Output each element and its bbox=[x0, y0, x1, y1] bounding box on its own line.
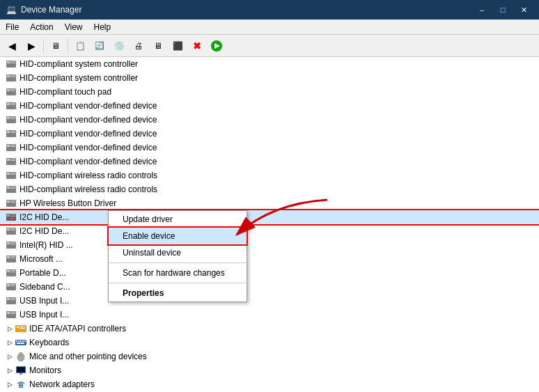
svg-rect-65 bbox=[10, 270, 15, 271]
forward-button[interactable]: ▶ bbox=[22, 37, 40, 55]
device-tree[interactable]: HID-compliant system controller HID-comp… bbox=[0, 57, 539, 392]
device-icon bbox=[6, 240, 17, 251]
list-item[interactable]: USB Input I... bbox=[0, 294, 539, 308]
context-menu-enable-device[interactable]: Enable device bbox=[109, 228, 247, 244]
svg-rect-56 bbox=[7, 242, 10, 244]
list-item[interactable]: Portable D... bbox=[0, 266, 539, 280]
update-button[interactable]: 🔄 bbox=[91, 37, 109, 55]
list-item[interactable]: HP Wireless Button Driver bbox=[0, 196, 539, 210]
svg-rect-88 bbox=[24, 340, 26, 342]
svg-rect-33 bbox=[10, 160, 15, 161]
expand-icon: ▷ bbox=[6, 338, 14, 347]
title-bar: 💻 Device Manager – □ ✕ bbox=[0, 0, 539, 19]
menu-view[interactable]: View bbox=[59, 19, 88, 34]
window-title: Device Manager bbox=[21, 5, 472, 15]
enable-button[interactable] bbox=[208, 37, 226, 55]
list-item[interactable]: HID-compliant vendor-defined device bbox=[0, 127, 539, 141]
back-button[interactable]: ◀ bbox=[3, 37, 21, 55]
device-icon bbox=[6, 128, 17, 139]
props-button[interactable]: 📋 bbox=[71, 37, 89, 55]
svg-rect-70 bbox=[10, 285, 15, 286]
svg-rect-40 bbox=[10, 187, 15, 187]
svg-rect-3 bbox=[7, 61, 10, 63]
svg-rect-24 bbox=[10, 131, 15, 132]
device-icon bbox=[6, 72, 17, 84]
menu-help[interactable]: Help bbox=[88, 19, 117, 34]
print-button[interactable]: 🖨 bbox=[130, 37, 148, 55]
category-icon-monitors bbox=[15, 365, 26, 376]
context-menu-separator-1 bbox=[109, 262, 247, 263]
svg-rect-76 bbox=[7, 312, 10, 314]
computer-button[interactable]: 🖥 bbox=[47, 37, 65, 55]
list-item[interactable]: HID-compliant vendor-defined device bbox=[0, 99, 539, 113]
list-item[interactable]: Microsoft ... bbox=[0, 252, 539, 266]
svg-rect-9 bbox=[10, 77, 15, 77]
list-item[interactable]: HID-compliant vendor-defined device bbox=[0, 141, 539, 155]
svg-rect-62 bbox=[10, 258, 15, 258]
category-item-mice[interactable]: ▷ Mice and other pointing devices bbox=[0, 350, 539, 363]
svg-rect-35 bbox=[7, 173, 10, 175]
svg-rect-21 bbox=[10, 118, 15, 119]
svg-rect-43 bbox=[7, 201, 10, 203]
driver-button[interactable]: 💿 bbox=[110, 37, 128, 55]
list-item[interactable]: I2C HID De... bbox=[0, 224, 539, 238]
svg-rect-39 bbox=[7, 187, 10, 189]
device-icon bbox=[6, 267, 17, 279]
menu-action[interactable]: Action bbox=[24, 19, 58, 34]
context-menu-scan-hardware[interactable]: Scan for hardware changes bbox=[109, 265, 247, 281]
svg-rect-53 bbox=[10, 228, 15, 229]
device-icon bbox=[6, 170, 17, 181]
minimize-button[interactable]: – bbox=[472, 3, 492, 17]
list-item[interactable]: HID-compliant touch pad bbox=[0, 85, 539, 99]
selected-device-item[interactable]: I2C HID De... bbox=[0, 210, 539, 224]
svg-rect-17 bbox=[10, 104, 15, 105]
category-item-ide[interactable]: ▷ IDE ATA/ATAPI controllers bbox=[0, 322, 539, 336]
list-item[interactable]: Sideband C... bbox=[0, 280, 539, 294]
svg-rect-72 bbox=[7, 298, 10, 300]
svg-rect-60 bbox=[7, 256, 10, 258]
list-item[interactable]: HID-compliant system controller bbox=[0, 57, 539, 71]
device-icon bbox=[6, 198, 17, 209]
svg-rect-13 bbox=[10, 91, 15, 91]
window-controls: – □ ✕ bbox=[472, 3, 533, 17]
svg-rect-80 bbox=[17, 327, 19, 328]
menu-file[interactable]: File bbox=[0, 19, 24, 34]
list-item[interactable]: HID-compliant wireless radio controls bbox=[0, 182, 539, 196]
svg-rect-69 bbox=[10, 284, 15, 285]
category-icon-ide bbox=[15, 323, 26, 334]
context-menu: Update driver Enable device Uninstall de… bbox=[108, 210, 247, 302]
list-item[interactable]: USB Input I... bbox=[0, 308, 539, 322]
svg-rect-84 bbox=[16, 340, 17, 342]
close-button[interactable]: ✕ bbox=[514, 3, 533, 17]
expand-icon: ▷ bbox=[6, 324, 14, 333]
list-item[interactable]: HID-compliant vendor-defined device bbox=[0, 155, 539, 168]
main-content: HID-compliant system controller HID-comp… bbox=[0, 57, 539, 392]
context-menu-properties[interactable]: Properties bbox=[109, 285, 247, 301]
context-menu-update-driver[interactable]: Update driver bbox=[109, 211, 247, 228]
maximize-button[interactable]: □ bbox=[493, 3, 513, 17]
new-action-button[interactable]: ⬛ bbox=[169, 37, 187, 55]
remove-button[interactable]: ✖ bbox=[188, 37, 206, 55]
category-item-monitors[interactable]: ▷ Monitors bbox=[0, 363, 539, 377]
scan-button[interactable]: 🖥 bbox=[149, 37, 167, 55]
svg-rect-85 bbox=[18, 340, 19, 342]
svg-rect-77 bbox=[10, 312, 15, 313]
list-item[interactable]: HID-compliant system controller bbox=[0, 71, 539, 85]
list-item[interactable]: Intel(R) HID ... bbox=[0, 238, 539, 252]
list-item[interactable]: HID-compliant vendor-defined device bbox=[0, 113, 539, 127]
category-item-network[interactable]: ▷ Network adapters bbox=[0, 377, 539, 391]
svg-rect-52 bbox=[7, 228, 10, 230]
context-menu-uninstall-device[interactable]: Uninstall device bbox=[109, 244, 247, 261]
svg-rect-73 bbox=[10, 298, 15, 299]
svg-rect-89 bbox=[17, 343, 24, 344]
svg-rect-19 bbox=[7, 117, 10, 119]
list-item[interactable]: HID-compliant wireless radio controls bbox=[0, 168, 539, 182]
svg-rect-36 bbox=[10, 173, 15, 173]
svg-rect-16 bbox=[10, 103, 15, 104]
category-item-keyboards[interactable]: ▷ Keyboards bbox=[0, 336, 539, 350]
svg-rect-61 bbox=[10, 256, 15, 257]
svg-rect-48 bbox=[10, 214, 15, 215]
device-icon bbox=[6, 253, 17, 265]
svg-rect-5 bbox=[10, 63, 15, 63]
svg-rect-11 bbox=[7, 89, 10, 91]
